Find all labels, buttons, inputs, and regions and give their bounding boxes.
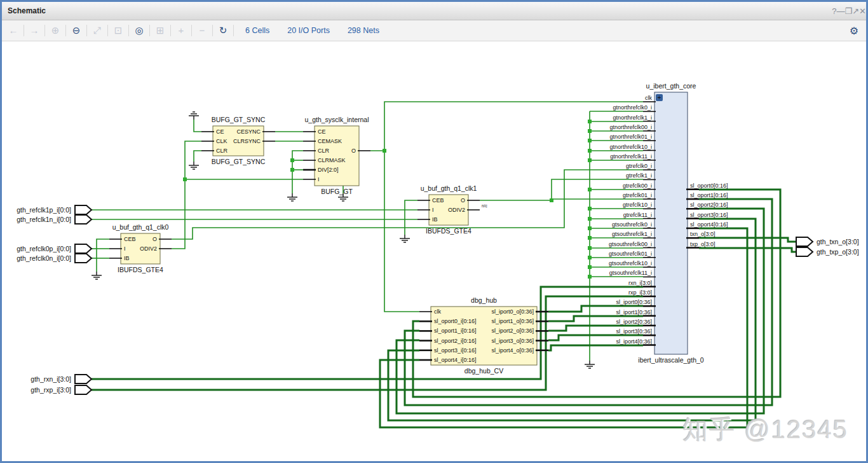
net-wire[interactable] — [172, 141, 201, 249]
bus-wire[interactable] — [92, 296, 643, 390]
cell-instance-name: BUFG_GT_SYNC — [212, 116, 266, 123]
pin-label: I — [124, 245, 126, 252]
output-port[interactable] — [796, 247, 813, 256]
input-port[interactable] — [75, 205, 92, 214]
cell-u_gth_sysclk_internal[interactable] — [315, 126, 359, 186]
pin-label: sl_iport0_o[0:36] — [491, 308, 534, 315]
pin-label: IB — [432, 216, 438, 223]
zoom-selection-icon[interactable]: ⊡ — [111, 23, 126, 38]
cell-type-label: ibert_ultrascale_gth_0 — [638, 356, 703, 364]
autofit-selection-icon[interactable]: ⊞ — [153, 23, 168, 38]
pin-label: CLK — [216, 138, 227, 144]
bus-wire[interactable] — [548, 345, 643, 350]
net-wire[interactable] — [370, 102, 643, 151]
pin-label: gtrefclk1_i — [626, 172, 652, 179]
output-port[interactable] — [796, 237, 813, 246]
net-wire[interactable] — [384, 151, 419, 312]
input-port[interactable] — [75, 244, 92, 253]
net-junction — [290, 158, 294, 162]
pin-label: sl_oport1[0:16] — [690, 192, 728, 198]
float-button[interactable]: ↗ — [852, 6, 859, 16]
zoom-fit-icon[interactable]: ⤢ — [90, 23, 105, 38]
pin-label: rxp_i[3:0] — [628, 289, 652, 296]
pin-label: gtnorthrefclk10_i — [609, 144, 652, 150]
pin-label: DIV[2:0] — [318, 167, 339, 173]
settings-gear-icon[interactable]: ⚙ — [850, 25, 858, 37]
net-junction — [588, 226, 592, 230]
pin-label: sl_oport3_i[0:16] — [434, 347, 477, 354]
net-wire[interactable] — [172, 170, 643, 239]
pin-label: CLR — [318, 148, 330, 154]
input-port[interactable] — [75, 375, 92, 384]
pin-label: sl_iport2_o[0:36] — [491, 328, 534, 334]
minimize-button[interactable]: — — [837, 6, 845, 16]
toolbar-separator — [44, 25, 45, 36]
pin-label: CLRMASK — [318, 157, 346, 163]
pin-label: gtsouthrefclk1_i — [612, 231, 652, 237]
toolbar: ←→⊕⊖⤢⊡◎⊞+−↻ 6 Cells20 I/O Ports298 Nets … — [2, 20, 866, 41]
port-label: gth_rxn_i[3:0] — [31, 375, 71, 383]
net-junction — [588, 120, 592, 123]
pin-label: CLR — [216, 148, 228, 154]
pin-label: CLRSYNC — [233, 138, 261, 144]
pin-label: O — [153, 236, 157, 242]
window-title: Schematic — [2, 6, 46, 15]
net-wire[interactable] — [552, 199, 643, 200]
net-junction — [383, 149, 386, 153]
input-port[interactable] — [75, 215, 92, 224]
input-port[interactable] — [75, 385, 92, 394]
pin-label: gtsouthrefclk00_i — [609, 241, 652, 247]
pin-label: sl_oport3[0:16] — [690, 212, 728, 218]
pin-label: CE — [216, 128, 224, 135]
net-wire[interactable] — [405, 200, 417, 235]
back-icon[interactable]: ← — [6, 23, 21, 38]
help-button[interactable]: ? — [832, 6, 836, 16]
stat-link-0[interactable]: 6 Cells — [245, 26, 269, 35]
toolbar-separator — [212, 25, 213, 36]
port-label: gth_refclk1n_i[0:0] — [17, 216, 71, 223]
toolbar-separator — [107, 25, 108, 36]
pin-label: gtrefclk0_i — [626, 163, 652, 169]
cell-instance-name: dbg_hub — [471, 296, 497, 304]
pin-label: sl_iport4[0:36] — [616, 338, 652, 345]
cell-u_ibert_gth_core[interactable] — [654, 92, 688, 354]
net-junction — [588, 265, 592, 269]
pin-label: sl_iport0[0:36] — [616, 299, 652, 305]
pin-label: sl_oport4_i[0:16] — [434, 357, 477, 363]
net-wire[interactable] — [97, 239, 109, 272]
pin-label: CE — [318, 128, 326, 135]
toolbar-separator — [86, 25, 87, 36]
zoom-out-icon[interactable]: ⊖ — [69, 23, 84, 38]
zoom-in-icon[interactable]: ⊕ — [48, 23, 63, 38]
forward-icon[interactable]: → — [27, 23, 42, 38]
pin-label: sl_oport0_i[0:16] — [434, 318, 477, 324]
net-wire[interactable] — [194, 151, 201, 162]
pin-label: O — [351, 148, 356, 154]
pin-label: sl_oport0[0:16] — [690, 183, 728, 189]
expand-icon[interactable]: + — [173, 23, 189, 38]
port-label: gth_txn_o[3:0] — [817, 238, 859, 245]
input-port[interactable] — [75, 254, 92, 263]
nc-label: n/c — [482, 204, 487, 208]
schematic-canvas[interactable]: BUFG_GT_SYNCBUFG_GT_SYNCCECLKCLRCESYNCCL… — [2, 41, 866, 461]
bus-wire[interactable] — [92, 287, 643, 379]
collapse-icon[interactable]: − — [194, 23, 210, 38]
pin-label: txp_o[3:0] — [690, 241, 715, 247]
refresh-icon[interactable]: ↻ — [215, 23, 231, 38]
restore-button[interactable]: ❐ — [845, 6, 853, 16]
net-junction — [588, 236, 592, 240]
close-button[interactable]: ✕ — [859, 6, 866, 16]
toolbar-separator — [128, 25, 129, 36]
crosshair-icon[interactable]: ◎ — [132, 23, 147, 38]
cell-type-label: IBUFDS_GTE4 — [118, 266, 163, 273]
cell-instance-name: u_buf_gth_q1_clk1 — [421, 184, 477, 192]
stat-link-2[interactable]: 298 Nets — [348, 26, 379, 35]
toolbar-separator — [65, 25, 66, 36]
pin-label: gtnorthrefclk0_i — [613, 104, 652, 111]
net-wire[interactable] — [194, 120, 201, 132]
cell-instance-name: u_ibert_gth_core — [646, 82, 696, 90]
toolbar-separator — [149, 25, 150, 36]
net-wire[interactable] — [292, 151, 303, 193]
port-label: gth_refclk0n_i[0:0] — [17, 254, 71, 262]
stat-link-1[interactable]: 20 I/O Ports — [287, 26, 330, 35]
